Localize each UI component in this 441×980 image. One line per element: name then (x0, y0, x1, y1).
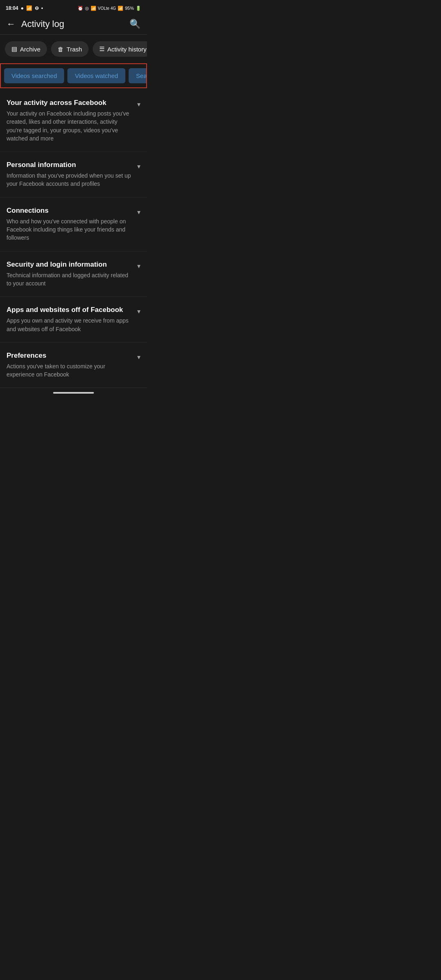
battery-text: 95% (125, 6, 134, 11)
header-left: ← Activity log (7, 19, 64, 29)
alarm-icon: ⏰ (78, 6, 83, 11)
whatsapp-icon: ● (21, 5, 24, 11)
trash-button[interactable]: 🗑 Trash (51, 41, 89, 57)
section-title-apps: Apps and websites off of Facebook (7, 306, 132, 314)
section-desc-connections: Who and how you've connected with people… (7, 217, 132, 242)
archive-button[interactable]: ▤ Archive (5, 41, 47, 57)
section-desc-apps: Apps you own and activity we receive fro… (7, 316, 132, 333)
section-desc-security: Technical information and logged activit… (7, 271, 132, 288)
chevron-icon-preferences: ▾ (137, 353, 140, 361)
tab-search-history[interactable]: Search history (129, 68, 146, 83)
section-item-personal[interactable]: Personal information Information that yo… (0, 152, 147, 198)
archive-label: Archive (20, 46, 40, 53)
section-content-apps: Apps and websites off of Facebook Apps y… (7, 306, 137, 333)
tab-videos-searched[interactable]: Videos searched (4, 68, 64, 83)
action-buttons-row: ▤ Archive 🗑 Trash ☰ Activity history (0, 35, 147, 63)
minus-icon: ⊖ (35, 5, 39, 11)
status-time: 18:04 (6, 5, 18, 11)
status-left: 18:04 ● 📶 ⊖ • (6, 5, 43, 11)
section-item-apps[interactable]: Apps and websites off of Facebook Apps y… (0, 297, 147, 343)
signal-icon: 📶 (26, 5, 32, 11)
section-content-preferences: Preferences Actions you've taken to cust… (7, 352, 137, 379)
signal2-icon: 📶 (118, 6, 123, 11)
history-label: Activity history (107, 46, 147, 53)
chevron-icon-security: ▾ (137, 262, 140, 270)
chevron-icon-apps: ▾ (137, 307, 140, 315)
section-title-connections: Connections (7, 207, 132, 215)
dot-icon: • (41, 5, 43, 11)
section-item-connections[interactable]: Connections Who and how you've connected… (0, 198, 147, 252)
page-title: Activity log (21, 19, 64, 29)
tab-videos-watched[interactable]: Videos watched (67, 68, 125, 83)
bottom-bar (0, 388, 147, 396)
section-title-activity: Your activity across Facebook (7, 99, 132, 107)
wifi-icon: ◎ (85, 6, 89, 11)
section-desc-preferences: Actions you've taken to customize your e… (7, 362, 132, 379)
network-icon: 📶 (91, 6, 96, 11)
section-item-preferences[interactable]: Preferences Actions you've taken to cust… (0, 343, 147, 388)
section-content-security: Security and login information Technical… (7, 261, 137, 288)
section-item-activity[interactable]: Your activity across Facebook Your activ… (0, 90, 147, 152)
battery-icon: 🔋 (136, 6, 141, 11)
activity-history-button[interactable]: ☰ Activity history (93, 41, 147, 57)
volte-icon: VOLte 4G (98, 6, 116, 11)
section-item-security[interactable]: Security and login information Technical… (0, 252, 147, 297)
chevron-icon-personal: ▾ (137, 163, 140, 170)
status-right: ⏰ ◎ 📶 VOLte 4G 📶 95% 🔋 (78, 6, 142, 11)
bottom-home-indicator (53, 392, 94, 394)
tab-bar: Videos searched Videos watched Search hi… (1, 64, 146, 87)
chevron-icon-connections: ▾ (137, 208, 140, 216)
history-icon: ☰ (99, 45, 105, 53)
tab-scroll-container: Videos searched Videos watched Search hi… (0, 63, 147, 88)
section-title-personal: Personal information (7, 161, 132, 169)
section-title-preferences: Preferences (7, 352, 132, 360)
sections-list: Your activity across Facebook Your activ… (0, 90, 147, 388)
section-content-connections: Connections Who and how you've connected… (7, 207, 137, 242)
archive-icon: ▤ (11, 45, 17, 53)
header: ← Activity log 🔍 (0, 15, 147, 35)
status-bar: 18:04 ● 📶 ⊖ • ⏰ ◎ 📶 VOLte 4G 📶 95% 🔋 (0, 0, 147, 15)
section-desc-personal: Information that you've provided when yo… (7, 172, 132, 188)
section-desc-activity: Your activity on Facebook including post… (7, 109, 132, 143)
section-content-personal: Personal information Information that yo… (7, 161, 137, 188)
back-button[interactable]: ← (7, 19, 16, 29)
search-button[interactable]: 🔍 (129, 19, 140, 29)
trash-icon: 🗑 (58, 46, 64, 53)
section-content-activity: Your activity across Facebook Your activ… (7, 99, 137, 143)
chevron-icon-activity: ▾ (137, 100, 140, 108)
section-title-security: Security and login information (7, 261, 132, 269)
trash-label: Trash (67, 46, 82, 53)
